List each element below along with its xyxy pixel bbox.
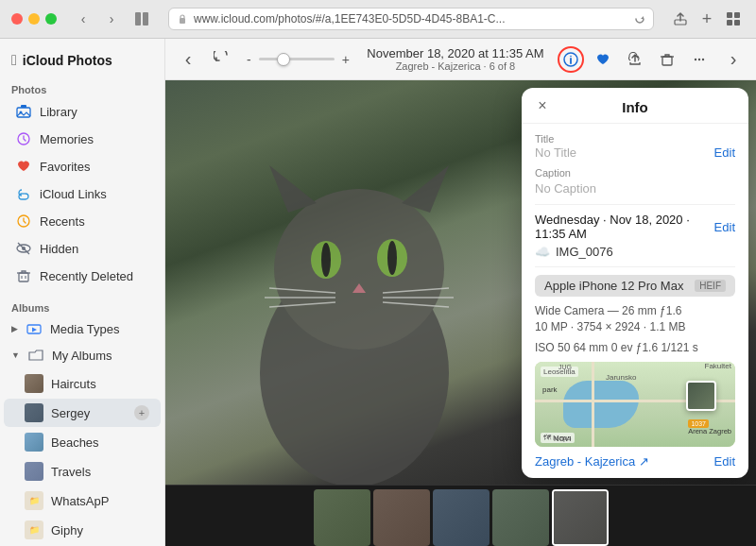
info-panel: × Info Title No Title Edit Caption	[522, 88, 748, 478]
back-button[interactable]: ‹	[72, 8, 94, 30]
sidebar-item-recents[interactable]: Recents	[4, 208, 161, 234]
haircuts-label: Haircuts	[51, 377, 96, 391]
svg-rect-1	[143, 12, 148, 26]
info-panel-header: × Info	[522, 88, 748, 124]
cat-illustration	[213, 109, 496, 485]
zoom-minus-btn[interactable]: -	[243, 50, 255, 69]
fullscreen-window-btn[interactable]	[45, 13, 57, 25]
icloud-links-icon	[15, 185, 32, 202]
map-label-novi: NOVI	[554, 435, 571, 443]
map-label-arena: Arena Zagreb	[688, 427, 731, 435]
sergey-thumb	[25, 403, 43, 422]
sidebar-item-memories[interactable]: Memories	[4, 126, 161, 152]
forward-button[interactable]: ›	[100, 8, 123, 30]
beaches-thumb	[25, 433, 43, 452]
toolbar-actions	[558, 46, 713, 73]
info-filename-row: ☁️ IMG_0076	[535, 245, 735, 259]
svg-marker-22	[32, 328, 37, 333]
browser-chrome: ‹ › www.icloud.com/photos/#/a,1EE743E0-5…	[0, 0, 756, 39]
close-window-btn[interactable]	[11, 13, 23, 25]
svg-rect-17	[19, 273, 28, 282]
upload-btn[interactable]	[622, 46, 648, 73]
sidebar-item-beaches[interactable]: Beaches	[4, 428, 161, 456]
travels-thumb	[25, 462, 43, 481]
sidebar-item-giphy[interactable]: 📁 Giphy	[4, 516, 161, 544]
folder-icon	[27, 347, 44, 364]
main-content: ‹ - + November 18, 2020 at 11:35 AM Zagr…	[165, 39, 756, 546]
svg-rect-26	[662, 57, 672, 65]
sidebar-item-library[interactable]: Library	[4, 98, 161, 125]
memories-icon	[15, 130, 32, 147]
date-edit-btn[interactable]: Edit	[714, 220, 735, 234]
sidebar-item-sergey[interactable]: Sergey +	[4, 399, 161, 427]
beaches-label: Beaches	[51, 435, 99, 450]
photo-area: × Info Title No Title Edit Caption	[165, 80, 756, 485]
chevron-right-icon: ▶	[11, 324, 18, 333]
icloud-links-label: iCloud Links	[40, 187, 107, 201]
sidebar-item-whatsapp[interactable]: 📁 WhatsApP	[4, 486, 161, 515]
camera-details-3: ISO 50 64 mm 0 ev ƒ1.6 1/121 s	[535, 341, 735, 354]
info-location-text[interactable]: Zagreb - Kajzerica ↗	[535, 454, 649, 469]
sidebar-expand-media-types[interactable]: ▶ Media Types	[0, 316, 164, 342]
map-bg: 🗺 Maps Leoselitia park Jarunsko Fakultet…	[535, 362, 735, 447]
film-thumb-bg-5	[554, 491, 607, 544]
svg-rect-5	[734, 12, 740, 18]
info-close-btn[interactable]: ×	[533, 96, 552, 115]
memories-label: Memories	[40, 132, 94, 146]
library-label: Library	[40, 105, 77, 119]
svg-rect-0	[135, 12, 141, 26]
recents-label: Recents	[40, 214, 85, 229]
share-browser-btn[interactable]	[669, 8, 692, 30]
location-edit-btn[interactable]: Edit	[714, 454, 735, 469]
svg-point-37	[321, 243, 331, 277]
more-btn[interactable]	[686, 46, 713, 73]
hidden-icon	[15, 240, 32, 257]
toolbar-nav: ‹	[175, 46, 201, 73]
address-bar[interactable]: www.icloud.com/photos/#/a,1EE743E0-5D5D-…	[168, 8, 654, 30]
film-thumb-2[interactable]	[373, 489, 430, 546]
zoom-slider[interactable]	[259, 58, 335, 60]
sidebar-item-haircuts[interactable]: Haircuts	[4, 369, 161, 398]
info-caption-row: Caption No Caption	[535, 167, 735, 196]
sidebar-item-travels[interactable]: Travels	[4, 457, 161, 486]
albums-section: Albums ▶ Media Types ▼ My Albums Hai	[0, 297, 164, 546]
info-title-label: Title	[535, 133, 735, 145]
library-icon	[15, 103, 32, 120]
delete-btn[interactable]	[654, 46, 680, 73]
sidebar-item-icloud-links[interactable]: iCloud Links	[4, 180, 161, 207]
film-thumb-4[interactable]	[492, 489, 549, 546]
sidebar-item-recently-deleted[interactable]: Recently Deleted	[4, 263, 161, 289]
zoom-plus-btn[interactable]: +	[338, 50, 353, 69]
film-thumb-1[interactable]	[314, 489, 370, 546]
info-title-value: No Title	[535, 145, 576, 160]
apple-maps-icon: 🗺	[543, 434, 551, 442]
reload-icon[interactable]	[634, 13, 645, 25]
next-photo-btn[interactable]: ›	[720, 46, 747, 73]
favorite-btn[interactable]	[590, 46, 616, 73]
add-tab-btn[interactable]: +	[696, 8, 718, 30]
camera-details-1: Wide Camera — 26 mm ƒ1.6	[535, 304, 735, 317]
info-icon	[563, 52, 578, 67]
sidebar-item-favorites[interactable]: Favorites	[4, 153, 161, 179]
info-btn[interactable]	[558, 46, 584, 73]
map-container[interactable]: 🗺 Maps Leoselitia park Jarunsko Fakultet…	[535, 362, 735, 447]
map-label-park: park	[542, 385, 558, 394]
sidebar-item-hidden[interactable]: Hidden	[4, 235, 161, 262]
title-edit-btn[interactable]: Edit	[714, 145, 735, 160]
sidebar-expand-my-albums[interactable]: ▼ My Albums	[0, 342, 164, 368]
minimize-window-btn[interactable]	[28, 13, 40, 25]
toolbar-date: November 18, 2020 at 11:35 AM	[361, 46, 550, 60]
more-icon	[692, 52, 707, 67]
grid-btn[interactable]	[722, 8, 745, 30]
film-thumb-3[interactable]	[433, 489, 490, 546]
svg-point-29	[695, 58, 696, 60]
svg-rect-10	[21, 105, 26, 108]
add-to-album-btn[interactable]: +	[134, 405, 149, 420]
info-panel-title: Info	[622, 99, 648, 115]
rotate-btn[interactable]	[209, 46, 235, 73]
cloud-icon: ☁️	[535, 245, 550, 259]
photos-section-label: Photos	[0, 78, 164, 97]
prev-photo-btn[interactable]: ‹	[175, 46, 201, 73]
film-thumb-5[interactable]	[552, 489, 609, 546]
sidebar:  iCloud Photos Photos Library Memories …	[0, 39, 165, 546]
